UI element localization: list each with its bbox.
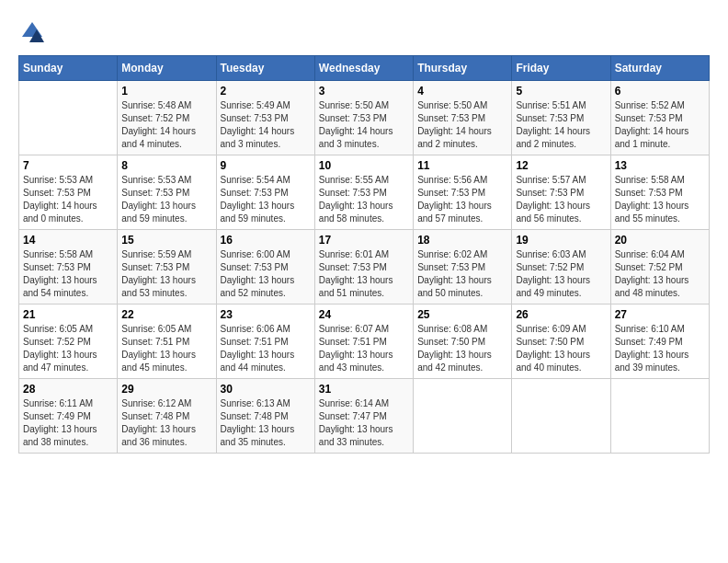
calendar-cell: 5Sunrise: 5:51 AM Sunset: 7:53 PM Daylig… [512,81,610,155]
day-number: 28 [23,383,113,396]
day-info: Sunrise: 6:04 AM Sunset: 7:52 PM Dayligh… [615,248,705,300]
day-number: 18 [417,234,507,247]
calendar-cell [414,379,512,454]
calendar-cell: 28Sunrise: 6:11 AM Sunset: 7:49 PM Dayli… [19,379,118,454]
day-number: 13 [615,159,705,172]
day-number: 9 [221,159,311,172]
day-info: Sunrise: 6:12 AM Sunset: 7:48 PM Dayligh… [121,397,211,449]
day-info: Sunrise: 6:01 AM Sunset: 7:53 PM Dayligh… [319,248,409,300]
day-number: 23 [221,308,311,321]
calendar-week-row: 28Sunrise: 6:11 AM Sunset: 7:49 PM Dayli… [19,379,710,454]
day-info: Sunrise: 6:14 AM Sunset: 7:47 PM Dayligh… [319,397,409,449]
day-info: Sunrise: 6:05 AM Sunset: 7:51 PM Dayligh… [121,323,211,374]
day-info: Sunrise: 6:03 AM Sunset: 7:52 PM Dayligh… [516,248,606,300]
calendar-week-row: 21Sunrise: 6:05 AM Sunset: 7:52 PM Dayli… [19,304,710,379]
calendar-cell: 4Sunrise: 5:50 AM Sunset: 7:53 PM Daylig… [414,81,512,155]
day-info: Sunrise: 6:00 AM Sunset: 7:53 PM Dayligh… [221,248,311,300]
calendar-cell: 24Sunrise: 6:07 AM Sunset: 7:51 PM Dayli… [314,304,413,379]
day-number: 8 [121,159,211,172]
weekday-header-friday: Friday [512,56,610,81]
day-number: 4 [417,85,507,98]
calendar-cell: 19Sunrise: 6:03 AM Sunset: 7:52 PM Dayli… [512,230,610,304]
day-number: 16 [221,234,311,247]
day-info: Sunrise: 6:05 AM Sunset: 7:52 PM Dayligh… [23,323,113,374]
day-info: Sunrise: 5:55 AM Sunset: 7:53 PM Dayligh… [319,174,409,225]
day-info: Sunrise: 6:10 AM Sunset: 7:49 PM Dayligh… [615,323,705,374]
day-number: 21 [23,308,113,321]
calendar-cell: 21Sunrise: 6:05 AM Sunset: 7:52 PM Dayli… [19,304,118,379]
day-number: 14 [23,234,113,247]
calendar-week-row: 7Sunrise: 5:53 AM Sunset: 7:53 PM Daylig… [19,155,710,230]
calendar-cell: 12Sunrise: 5:57 AM Sunset: 7:53 PM Dayli… [512,155,610,230]
day-number: 2 [221,85,311,98]
day-number: 27 [615,308,705,321]
day-number: 22 [121,308,211,321]
day-info: Sunrise: 6:06 AM Sunset: 7:51 PM Dayligh… [221,323,311,374]
day-number: 31 [319,383,409,396]
day-info: Sunrise: 6:07 AM Sunset: 7:51 PM Dayligh… [319,323,409,374]
day-info: Sunrise: 5:52 AM Sunset: 7:53 PM Dayligh… [615,99,705,151]
calendar-cell [19,81,118,155]
day-info: Sunrise: 6:09 AM Sunset: 7:50 PM Dayligh… [516,323,606,374]
day-number: 6 [615,85,705,98]
logo-icon [18,18,46,46]
day-number: 3 [319,85,409,98]
day-info: Sunrise: 5:48 AM Sunset: 7:52 PM Dayligh… [121,99,211,151]
calendar-cell: 22Sunrise: 6:05 AM Sunset: 7:51 PM Dayli… [118,304,216,379]
weekday-header-monday: Monday [118,56,216,81]
calendar-cell: 11Sunrise: 5:56 AM Sunset: 7:53 PM Dayli… [414,155,512,230]
day-info: Sunrise: 5:53 AM Sunset: 7:53 PM Dayligh… [23,174,113,225]
calendar-cell: 2Sunrise: 5:49 AM Sunset: 7:53 PM Daylig… [216,81,314,155]
day-info: Sunrise: 6:08 AM Sunset: 7:50 PM Dayligh… [417,323,507,374]
day-number: 29 [121,383,211,396]
day-info: Sunrise: 5:58 AM Sunset: 7:53 PM Dayligh… [23,248,113,300]
day-number: 26 [516,308,606,321]
calendar-cell: 9Sunrise: 5:54 AM Sunset: 7:53 PM Daylig… [216,155,314,230]
day-info: Sunrise: 5:58 AM Sunset: 7:53 PM Dayligh… [615,174,705,225]
calendar-cell: 30Sunrise: 6:13 AM Sunset: 7:48 PM Dayli… [216,379,314,454]
day-info: Sunrise: 5:56 AM Sunset: 7:53 PM Dayligh… [417,174,507,225]
page-header [18,18,710,46]
day-info: Sunrise: 6:02 AM Sunset: 7:53 PM Dayligh… [417,248,507,300]
day-number: 15 [121,234,211,247]
calendar-table: SundayMondayTuesdayWednesdayThursdayFrid… [18,55,710,454]
day-number: 10 [319,159,409,172]
day-info: Sunrise: 5:50 AM Sunset: 7:53 PM Dayligh… [319,99,409,151]
calendar-cell: 14Sunrise: 5:58 AM Sunset: 7:53 PM Dayli… [19,230,118,304]
day-number: 17 [319,234,409,247]
calendar-cell: 10Sunrise: 5:55 AM Sunset: 7:53 PM Dayli… [314,155,413,230]
calendar-cell: 26Sunrise: 6:09 AM Sunset: 7:50 PM Dayli… [512,304,610,379]
calendar-cell: 1Sunrise: 5:48 AM Sunset: 7:52 PM Daylig… [118,81,216,155]
day-number: 24 [319,308,409,321]
day-number: 20 [615,234,705,247]
day-number: 12 [516,159,606,172]
day-info: Sunrise: 6:13 AM Sunset: 7:48 PM Dayligh… [221,397,311,449]
calendar-cell: 13Sunrise: 5:58 AM Sunset: 7:53 PM Dayli… [610,155,709,230]
weekday-header-tuesday: Tuesday [216,56,314,81]
calendar-header: SundayMondayTuesdayWednesdayThursdayFrid… [19,56,710,81]
day-info: Sunrise: 5:57 AM Sunset: 7:53 PM Dayligh… [516,174,606,225]
day-info: Sunrise: 5:49 AM Sunset: 7:53 PM Dayligh… [221,99,311,151]
calendar-cell: 8Sunrise: 5:53 AM Sunset: 7:53 PM Daylig… [118,155,216,230]
day-number: 19 [516,234,606,247]
weekday-header-sunday: Sunday [19,56,118,81]
calendar-cell: 27Sunrise: 6:10 AM Sunset: 7:49 PM Dayli… [610,304,709,379]
calendar-cell [512,379,610,454]
calendar-week-row: 14Sunrise: 5:58 AM Sunset: 7:53 PM Dayli… [19,230,710,304]
calendar-cell: 7Sunrise: 5:53 AM Sunset: 7:53 PM Daylig… [19,155,118,230]
day-info: Sunrise: 5:50 AM Sunset: 7:53 PM Dayligh… [417,99,507,151]
calendar-cell: 3Sunrise: 5:50 AM Sunset: 7:53 PM Daylig… [314,81,413,155]
logo [18,18,50,46]
calendar-cell: 31Sunrise: 6:14 AM Sunset: 7:47 PM Dayli… [314,379,413,454]
day-number: 30 [221,383,311,396]
calendar-cell: 17Sunrise: 6:01 AM Sunset: 7:53 PM Dayli… [314,230,413,304]
calendar-cell: 20Sunrise: 6:04 AM Sunset: 7:52 PM Dayli… [610,230,709,304]
day-info: Sunrise: 5:54 AM Sunset: 7:53 PM Dayligh… [221,174,311,225]
day-info: Sunrise: 5:59 AM Sunset: 7:53 PM Dayligh… [121,248,211,300]
day-number: 1 [121,85,211,98]
day-info: Sunrise: 6:11 AM Sunset: 7:49 PM Dayligh… [23,397,113,449]
weekday-header-thursday: Thursday [414,56,512,81]
day-number: 5 [516,85,606,98]
day-number: 25 [417,308,507,321]
calendar-cell [610,379,709,454]
